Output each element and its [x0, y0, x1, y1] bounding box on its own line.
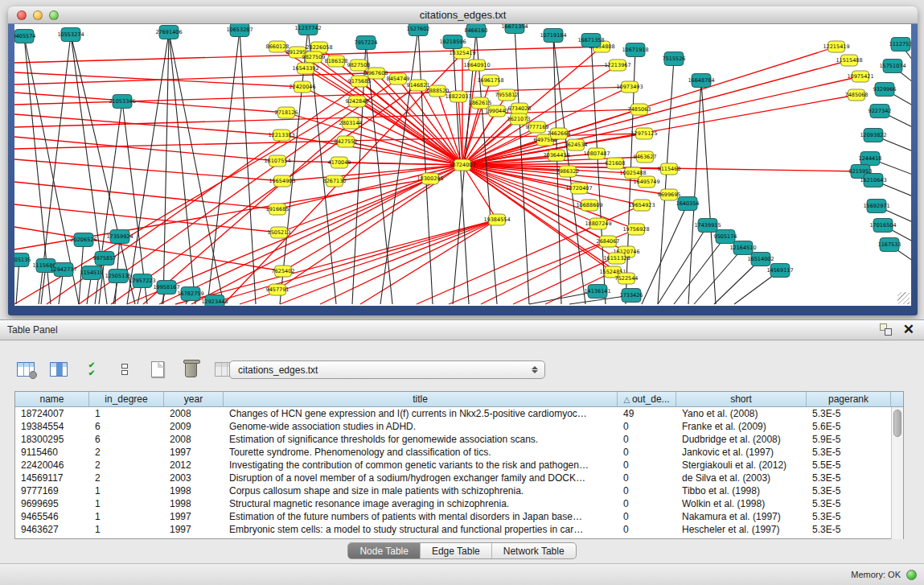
column-header-short[interactable]: short: [676, 392, 807, 406]
cell-out_degree[interactable]: 0: [618, 420, 676, 433]
graph-node-16543392[interactable]: 16543392: [292, 63, 318, 74]
graph-node-18807249[interactable]: 18807249: [585, 218, 611, 229]
cell-out_degree[interactable]: 0: [618, 433, 676, 446]
cell-out_degree[interactable]: 49: [618, 407, 676, 420]
graph-node-8267130[interactable]: 8267130: [323, 175, 347, 187]
show-columns-icon[interactable]: [47, 358, 70, 381]
cell-short[interactable]: Wolkin et al. (1998): [676, 497, 807, 510]
cell-name[interactable]: 9463627: [15, 523, 89, 536]
graph-node-621608[interactable]: 621608: [606, 158, 626, 169]
cell-pagerank[interactable]: 5.3E-5: [807, 472, 891, 484]
cell-title[interactable]: Changes of HCN gene expression and I(f) …: [224, 407, 618, 420]
resize-grip-icon[interactable]: [897, 292, 910, 304]
graph-node-9115460[interactable]: 9115460: [658, 163, 681, 175]
table-scrollbar[interactable]: [891, 407, 903, 539]
graph-node-1733426[interactable]: 1733426: [620, 289, 643, 303]
graph-node-12505135[interactable]: 12505135: [105, 270, 131, 283]
cell-short[interactable]: de Silva et al. (2003): [676, 472, 807, 484]
graph-node-12215419[interactable]: 12215419: [823, 41, 849, 52]
graph-node-9457791[interactable]: 9457791: [266, 284, 290, 295]
cell-out_degree[interactable]: 0: [618, 459, 676, 472]
column-header-pagerank[interactable]: pagerank: [807, 392, 891, 406]
graph-node-1167533[interactable]: 1167533: [878, 238, 901, 252]
graph-node-9505135[interactable]: 9505135: [14, 253, 31, 267]
column-header-name[interactable]: name: [15, 392, 89, 406]
network-canvas[interactable]: 8660128891295423226058982750981863289827…: [14, 24, 911, 306]
cell-title[interactable]: Corpus callosum shape and size in male p…: [224, 484, 618, 497]
cell-name[interactable]: 18724007: [15, 407, 89, 420]
graph-node-7957224[interactable]: 7957224: [355, 36, 378, 50]
cell-year[interactable]: 1997: [164, 523, 224, 536]
graph-node-22420046[interactable]: 22420046: [289, 81, 315, 93]
cell-name[interactable]: 9115460: [15, 446, 89, 459]
graph-node-18720407[interactable]: 18720407: [565, 183, 592, 194]
delete-icon[interactable]: [179, 358, 202, 381]
tab-network-table[interactable]: Network Table: [492, 543, 576, 558]
cell-pagerank[interactable]: 5.3E-5: [807, 510, 891, 523]
graph-node-12213967[interactable]: 12213967: [604, 60, 630, 71]
window-titlebar[interactable]: citations_edges.txt: [8, 6, 918, 24]
graph-node-1112753[interactable]: 1112753: [889, 38, 911, 51]
table-row[interactable]: 1872400712008Changes of HCN gene express…: [15, 407, 903, 420]
graph-node-10671918[interactable]: 10671918: [622, 43, 648, 57]
graph-node-12923448[interactable]: 12923448: [201, 295, 228, 307]
graph-node-8186328[interactable]: 8186328: [325, 56, 348, 67]
graph-node-16671358[interactable]: 16671358: [577, 34, 604, 47]
graph-node-7515526[interactable]: 7515526: [663, 52, 686, 66]
column-header-title[interactable]: title: [224, 392, 618, 406]
graph-node-9175685[interactable]: 9175685: [348, 76, 372, 87]
graph-node-19958167[interactable]: 19958167: [153, 281, 179, 295]
cell-in_degree[interactable]: 2: [89, 459, 164, 472]
graph-node-1640354[interactable]: 1640354: [676, 197, 700, 211]
zoom-window-icon[interactable]: [49, 10, 59, 20]
cell-name[interactable]: 9699695: [15, 497, 89, 510]
graph-node-7485068[interactable]: 7485068: [845, 89, 869, 101]
graph-node-16671354[interactable]: 16671354: [501, 24, 528, 34]
cell-year[interactable]: 1998: [164, 497, 224, 510]
table-settings-icon[interactable]: [14, 358, 37, 381]
cell-in_degree[interactable]: 6: [89, 420, 164, 433]
cell-year[interactable]: 1997: [164, 510, 224, 523]
graph-node-2684067[interactable]: 2684067: [597, 236, 620, 247]
graph-node-1244418[interactable]: 1244418: [859, 152, 882, 166]
cell-pagerank[interactable]: 5.3E-5: [807, 407, 891, 420]
table-row[interactable]: 1830029562008Estimation of significance …: [15, 433, 903, 446]
cell-name[interactable]: 22420046: [15, 459, 89, 472]
graph-node-9329966[interactable]: 9329966: [873, 83, 897, 97]
close-panel-icon[interactable]: ✕: [903, 323, 914, 336]
minimize-window-icon[interactable]: [33, 10, 43, 20]
cell-pagerank[interactable]: 5.3E-5: [807, 484, 891, 497]
cell-year[interactable]: 2008: [164, 407, 224, 420]
cell-year[interactable]: 2009: [164, 420, 224, 433]
table-row[interactable]: 1938455462009Genome-wide association stu…: [15, 420, 903, 433]
cell-out_degree[interactable]: 0: [618, 523, 676, 536]
cell-out_degree[interactable]: 0: [618, 484, 676, 497]
graph-node-10653287[interactable]: 10653287: [226, 24, 253, 37]
graph-node-20364436[interactable]: 20364436: [543, 150, 569, 161]
table-row[interactable]: 2242004622012Investigating the contribut…: [15, 459, 903, 472]
graph-node-10553274[interactable]: 10553274: [57, 28, 84, 42]
graph-node-17016504[interactable]: 17016504: [869, 219, 896, 233]
cell-pagerank[interactable]: 5.6E-5: [807, 420, 891, 433]
cell-pagerank[interactable]: 5.9E-5: [807, 433, 891, 446]
graph-node-8466160[interactable]: 8466160: [465, 24, 488, 38]
cell-pagerank[interactable]: 5.3E-5: [807, 497, 891, 510]
cell-short[interactable]: Stergiakouli et al. (2012): [676, 459, 807, 472]
column-header-out_degree[interactable]: △ out_de...: [618, 392, 676, 406]
cell-name[interactable]: 18300295: [15, 433, 89, 446]
graph-node-14136141[interactable]: 14136141: [584, 285, 610, 299]
graph-node-1505213[interactable]: 1505213: [268, 227, 291, 238]
graph-node-17359924[interactable]: 17359924: [106, 230, 133, 244]
cell-year[interactable]: 2012: [164, 459, 224, 472]
graph-node-9699695[interactable]: 9699695: [658, 189, 681, 200]
graph-node-1916685[interactable]: 1916685: [266, 204, 290, 215]
table-row[interactable]: 969969511998Structural magnetic resonanc…: [15, 497, 903, 510]
graph-node-15751074[interactable]: 15751074: [879, 60, 906, 73]
graph-node-9242848[interactable]: 9242848: [346, 96, 369, 107]
graph-node-1990443[interactable]: 1990443: [486, 105, 509, 117]
graph-node-16151328[interactable]: 16151328: [603, 253, 630, 264]
graph-node-7625402[interactable]: 7625402: [272, 266, 295, 277]
graph-node-10975421[interactable]: 10975421: [847, 71, 873, 82]
tab-edge-table[interactable]: Edge Table: [421, 543, 492, 558]
cell-short[interactable]: Jankovic et al. (1997): [676, 446, 807, 459]
